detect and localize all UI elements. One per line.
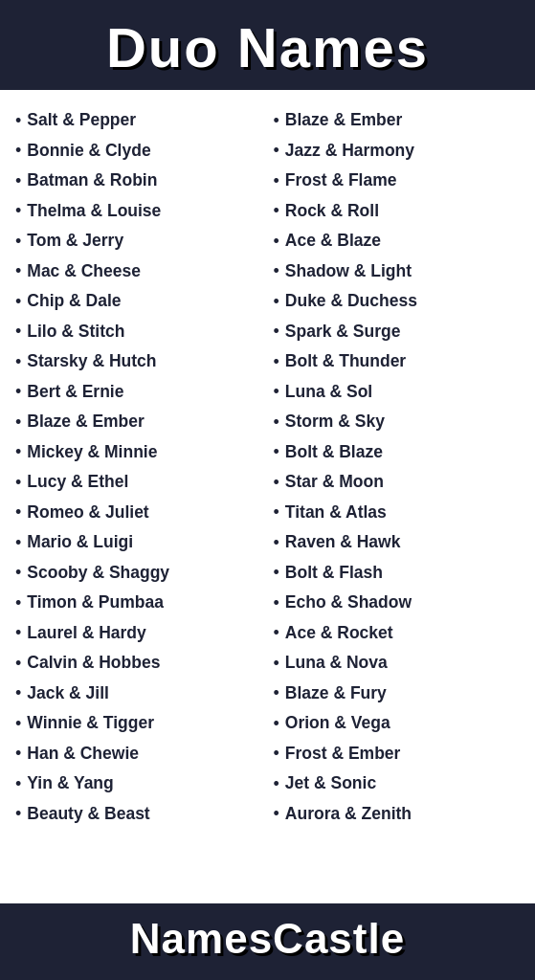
bullet-icon: •	[274, 353, 279, 370]
bullet-icon: •	[274, 233, 279, 250]
bullet-icon: •	[274, 142, 279, 159]
bullet-icon: •	[15, 293, 21, 310]
item-label: Jack & Jill	[27, 681, 109, 705]
bullet-icon: •	[274, 443, 279, 460]
content-section: •Salt & Pepper•Bonnie & Clyde•Batman & R…	[0, 90, 535, 903]
bullet-icon: •	[274, 745, 279, 762]
list-item: •Scooby & Shaggy	[10, 557, 268, 588]
list-item: •Salt & Pepper	[10, 105, 268, 136]
bullet-icon: •	[15, 564, 21, 581]
bullet-icon: •	[274, 202, 279, 219]
item-label: Batman & Robin	[27, 168, 157, 192]
bullet-icon: •	[274, 413, 279, 431]
item-label: Ace & Rocket	[285, 621, 393, 645]
bullet-icon: •	[274, 684, 279, 702]
list-item: •Blaze & Ember	[10, 407, 268, 437]
bullet-icon: •	[274, 564, 279, 581]
bullet-icon: •	[15, 775, 21, 792]
bullet-icon: •	[15, 112, 21, 129]
bullet-icon: •	[15, 383, 21, 400]
list-item: •Mario & Luigi	[10, 527, 268, 558]
bullet-icon: •	[274, 655, 279, 672]
bullet-icon: •	[274, 293, 279, 310]
item-label: Laurel & Hardy	[27, 621, 145, 645]
item-label: Tom & Jerry	[27, 229, 123, 253]
item-label: Bolt & Flash	[285, 561, 383, 585]
bullet-icon: •	[274, 262, 279, 279]
item-label: Aurora & Zenith	[285, 802, 412, 826]
list-item: •Ace & Rocket	[268, 617, 526, 648]
item-label: Blaze & Ember	[285, 108, 403, 132]
list-item: •Storm & Sky	[268, 407, 526, 437]
bullet-icon: •	[274, 503, 279, 521]
bullet-icon: •	[15, 594, 21, 612]
item-label: Shadow & Light	[285, 259, 412, 283]
item-label: Scooby & Shaggy	[27, 561, 169, 585]
bullet-icon: •	[15, 474, 21, 491]
list-item: •Winnie & Tigger	[10, 708, 268, 739]
list-item: •Ace & Blaze	[268, 226, 526, 256]
list-item: •Bolt & Thunder	[268, 346, 526, 377]
bullet-icon: •	[15, 413, 21, 431]
bullet-icon: •	[274, 775, 279, 792]
item-label: Spark & Surge	[285, 320, 401, 344]
list-item: •Blaze & Fury	[268, 678, 526, 708]
item-label: Star & Moon	[285, 470, 384, 494]
bullet-icon: •	[274, 534, 279, 551]
list-item: •Raven & Hawk	[268, 527, 526, 558]
list-item: •Star & Moon	[268, 467, 526, 498]
list-item: •Titan & Atlas	[268, 497, 526, 527]
bullet-icon: •	[15, 202, 21, 219]
bullet-icon: •	[15, 172, 21, 189]
list-item: •Starsky & Hutch	[10, 346, 268, 377]
item-label: Echo & Shadow	[285, 590, 412, 614]
list-item: •Frost & Ember	[268, 738, 526, 768]
item-label: Lilo & Stitch	[27, 320, 124, 344]
item-label: Frost & Flame	[285, 168, 397, 192]
list-item: •Aurora & Zenith	[268, 798, 526, 829]
list-item: •Batman & Robin	[10, 166, 268, 196]
item-label: Romeo & Juliet	[27, 501, 148, 524]
bullet-icon: •	[274, 805, 279, 822]
bullet-icon: •	[15, 715, 21, 732]
list-item: •Spark & Surge	[268, 316, 526, 346]
list-item: •Lucy & Ethel	[10, 467, 268, 498]
item-label: Chip & Dale	[27, 289, 121, 313]
list-item: •Jazz & Harmony	[268, 135, 526, 166]
bullet-icon: •	[15, 624, 21, 641]
list-item: •Orion & Vega	[268, 708, 526, 739]
list-item: •Luna & Nova	[268, 648, 526, 679]
list-item: •Bert & Ernie	[10, 376, 268, 407]
item-label: Blaze & Ember	[27, 410, 145, 434]
item-label: Mickey & Minnie	[27, 440, 157, 464]
list-item: •Timon & Pumbaa	[10, 588, 268, 618]
list-item: •Bolt & Blaze	[268, 436, 526, 467]
bullet-icon: •	[15, 353, 21, 370]
bullet-icon: •	[274, 383, 279, 400]
bullet-icon: •	[274, 594, 279, 612]
bullet-icon: •	[15, 443, 21, 460]
list-item: •Frost & Flame	[268, 166, 526, 196]
item-label: Titan & Atlas	[285, 501, 387, 524]
bullet-icon: •	[274, 474, 279, 491]
item-label: Yin & Yang	[27, 771, 113, 795]
bullet-icon: •	[274, 112, 279, 129]
item-label: Mac & Cheese	[27, 259, 141, 283]
page-title: Duo Names	[10, 17, 525, 78]
bullet-icon: •	[274, 624, 279, 641]
item-label: Timon & Pumbaa	[27, 590, 164, 614]
item-label: Jet & Sonic	[285, 771, 376, 795]
list-item: •Duke & Duchess	[268, 286, 526, 317]
list-item: •Calvin & Hobbes	[10, 648, 268, 679]
list-item: •Lilo & Stitch	[10, 316, 268, 346]
item-label: Salt & Pepper	[27, 108, 136, 132]
bullet-icon: •	[15, 233, 21, 250]
bullet-icon: •	[15, 142, 21, 159]
list-item: •Mickey & Minnie	[10, 436, 268, 467]
right-column: •Blaze & Ember•Jazz & Harmony•Frost & Fl…	[268, 105, 526, 888]
item-label: Thelma & Louise	[27, 199, 161, 223]
item-label: Starsky & Hutch	[27, 349, 156, 373]
bullet-icon: •	[15, 745, 21, 762]
list-item: •Chip & Dale	[10, 286, 268, 317]
list-item: •Laurel & Hardy	[10, 617, 268, 648]
